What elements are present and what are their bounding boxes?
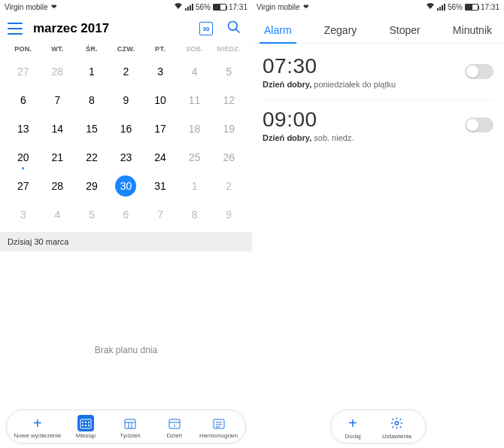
calendar-bottom-bar: +Nowe wydarzenieMiesiącTydzień1DzieńHarm…	[6, 410, 246, 443]
day-number: 14	[47, 118, 68, 139]
signal-icon	[185, 4, 193, 11]
bottom-bar-label: Tydzień	[120, 433, 141, 440]
calendar-day[interactable]: 9	[109, 86, 144, 114]
calendar-day[interactable]: 4	[41, 200, 75, 229]
bottom-bar-item[interactable]: Harmonogram	[199, 415, 238, 440]
day-number: 11	[184, 90, 205, 111]
calendar-day[interactable]: 9	[211, 200, 246, 229]
calendar-day[interactable]: 6	[6, 86, 41, 114]
calendar-day[interactable]: 19	[211, 114, 246, 143]
calendar-day[interactable]: 1	[178, 172, 212, 200]
tab-zegary[interactable]: Zegary	[323, 20, 359, 44]
today-icon[interactable]: 30	[199, 22, 213, 35]
calendar-day[interactable]: 24	[143, 143, 178, 172]
agenda-icon	[211, 415, 227, 431]
week-icon	[122, 415, 138, 431]
tab-stoper[interactable]: Stoper	[387, 20, 421, 44]
clock-tabs: AlarmZegaryStoperMinutnik	[252, 14, 504, 44]
calendar-day[interactable]: 11	[178, 86, 212, 114]
calendar-day[interactable]: 20	[6, 143, 41, 172]
calendar-day[interactable]: 22	[74, 143, 109, 172]
tab-minutnik[interactable]: Minutnik	[451, 20, 493, 44]
tab-alarm[interactable]: Alarm	[263, 20, 293, 44]
add-label: Dodaj	[345, 433, 360, 440]
calendar-day[interactable]: 18	[178, 114, 212, 143]
day-number: 9	[115, 90, 136, 111]
day-number: 8	[81, 90, 102, 111]
day-number: 17	[150, 118, 171, 139]
calendar-day[interactable]: 27	[6, 57, 41, 86]
menu-icon[interactable]	[8, 23, 23, 35]
calendar-day[interactable]: 3	[6, 200, 41, 229]
calendar-day[interactable]: 3	[143, 57, 178, 86]
day-number: 15	[81, 118, 102, 139]
day-number: 7	[47, 90, 68, 111]
plus-icon: +	[29, 415, 46, 431]
calendar-day[interactable]: 25	[178, 143, 212, 172]
calendar-day[interactable]: 21	[41, 143, 75, 172]
search-icon[interactable]	[226, 20, 241, 38]
alarm-toggle[interactable]	[465, 64, 493, 79]
calendar-day[interactable]: 23	[109, 143, 144, 172]
battery-pct: 56%	[196, 3, 211, 11]
bottom-bar-item[interactable]: Tydzień	[111, 415, 150, 440]
calendar-day[interactable]: 15	[74, 114, 109, 143]
bottom-bar-label: Harmonogram	[199, 433, 238, 440]
clock-screen: Virgin mobile❤ 56% 17:31 AlarmZegaryStop…	[252, 0, 504, 448]
day-number: 3	[13, 204, 34, 225]
bottom-bar-item[interactable]: +Nowe wydarzenie	[14, 415, 61, 440]
calendar-day[interactable]: 12	[211, 86, 246, 114]
calendar-day[interactable]: 2	[211, 172, 246, 200]
calendar-day[interactable]: 28	[41, 172, 75, 200]
calendar-day[interactable]: 30	[109, 172, 144, 200]
alarm-item[interactable]: 07:30Dzień dobry, poniedziałek do piątku	[263, 47, 493, 100]
svg-rect-6	[82, 425, 83, 426]
signal-icon	[437, 4, 445, 11]
calendar-day[interactable]: 1	[74, 57, 109, 86]
month-title[interactable]: marzec 2017	[33, 21, 199, 36]
carrier-label: Virgin mobile	[5, 3, 48, 11]
status-bar: Virgin mobile❤ 56% 17:31	[252, 0, 504, 14]
add-alarm-button[interactable]: + Dodaj	[345, 415, 361, 440]
day-number: 16	[115, 118, 136, 139]
svg-rect-5	[88, 422, 90, 423]
alarm-toggle[interactable]	[465, 117, 493, 133]
calendar-day[interactable]: 8	[74, 86, 109, 114]
calendar-day[interactable]: 27	[6, 172, 41, 200]
carrier-label: Virgin mobile	[257, 3, 300, 11]
calendar-day[interactable]: 2	[109, 57, 144, 86]
calendar-day[interactable]: 17	[143, 114, 178, 143]
day-number: 13	[13, 118, 34, 139]
calendar-day[interactable]: 8	[178, 200, 212, 229]
calendar-day[interactable]: 28	[41, 57, 75, 86]
calendar-day[interactable]: 10	[143, 86, 178, 114]
calendar-day[interactable]: 16	[109, 114, 144, 143]
calendar-day[interactable]: 7	[41, 86, 75, 114]
svg-rect-3	[82, 422, 83, 423]
day-number: 19	[218, 118, 239, 139]
svg-rect-8	[88, 425, 90, 426]
clock-bottom-bar: + Dodaj Ustawienia	[330, 410, 426, 443]
battery-icon	[213, 4, 226, 11]
calendar-day[interactable]: 5	[74, 200, 109, 229]
day-number: 8	[184, 204, 205, 225]
calendar-day[interactable]: 14	[41, 114, 75, 143]
calendar-day[interactable]: 26	[211, 143, 246, 172]
today-row[interactable]: Dzisiaj 30 marca	[0, 232, 252, 251]
calendar-day[interactable]: 31	[143, 172, 178, 200]
day-number: 4	[184, 61, 205, 82]
bottom-bar-item[interactable]: 1Dzień	[155, 415, 194, 440]
day-number: 27	[13, 175, 34, 197]
calendar-day[interactable]: 4	[178, 57, 212, 86]
alarm-item[interactable]: 09:00Dzień dobry, sob. niedz.	[263, 100, 493, 153]
calendar-day[interactable]: 6	[109, 200, 144, 229]
bottom-bar-item[interactable]: Miesiąc	[66, 415, 105, 440]
day-header: SOB.	[178, 45, 212, 53]
calendar-day[interactable]: 13	[6, 114, 41, 143]
settings-button[interactable]: Ustawienia	[382, 415, 411, 440]
calendar-day[interactable]: 29	[74, 172, 109, 200]
day-header: CZW.	[109, 45, 144, 53]
calendar-day[interactable]: 5	[211, 57, 246, 86]
day-number: 18	[184, 118, 205, 139]
calendar-day[interactable]: 7	[143, 200, 178, 229]
